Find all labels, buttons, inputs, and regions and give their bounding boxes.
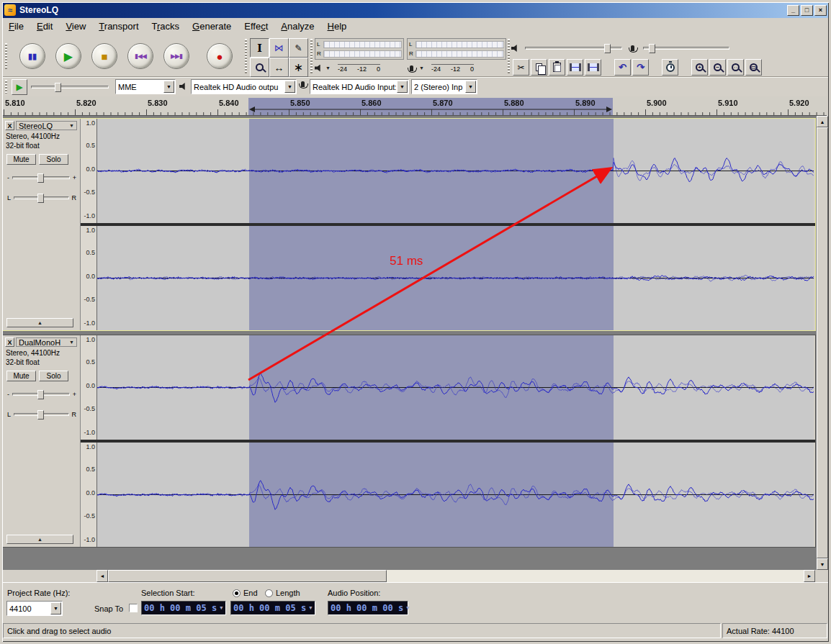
chevron-down-icon[interactable]: ▼ [325, 65, 331, 71]
menu-help[interactable]: Help [321, 19, 354, 33]
multi-tool-button[interactable]: ∗ [289, 58, 308, 77]
chevron-down-icon[interactable]: ▼ [309, 605, 312, 611]
input-channels-select[interactable]: 2 (Stereo) Inp ▼ [411, 79, 477, 94]
chevron-down-icon[interactable]: ▼ [220, 605, 223, 611]
chevron-down-icon[interactable]: ▼ [284, 81, 295, 93]
track-close-button[interactable]: X [5, 121, 14, 130]
play-at-speed-button[interactable]: ▶ [12, 79, 27, 95]
scroll-left-icon[interactable]: ◄ [96, 570, 108, 582]
track-collapse-button[interactable]: ▲ [6, 535, 73, 544]
toolbar-grip[interactable] [5, 80, 7, 94]
stop-button[interactable]: ■ [91, 43, 117, 69]
chevron-down-icon[interactable]: ▼ [397, 81, 408, 93]
menu-tracks[interactable]: Tracks [145, 19, 187, 33]
input-volume-slider[interactable] [643, 47, 729, 50]
track-close-button[interactable]: X [5, 337, 14, 347]
selection-tool-button[interactable]: I [250, 38, 269, 58]
gain-slider[interactable]: - + [7, 389, 76, 400]
timeshift-tool-button[interactable]: ↔ [269, 58, 289, 77]
toolbar-grip[interactable] [5, 43, 7, 69]
radio-end[interactable] [233, 589, 241, 597]
snap-to-checkbox[interactable] [129, 604, 138, 612]
scroll-up-icon[interactable]: ▲ [817, 116, 828, 127]
selection-end-field[interactable]: 00 h 00 m 05 s ▼ [230, 601, 315, 615]
silence-button[interactable] [585, 59, 601, 76]
zoom-out-button[interactable]: − [709, 59, 726, 76]
pan-slider[interactable]: L R [7, 192, 76, 204]
track-menu-button[interactable]: StereoLQ ▼ [16, 121, 77, 130]
project-rate-select[interactable]: 44100 ▼ [6, 601, 63, 616]
toolbar-grip[interactable] [310, 39, 313, 73]
record-button[interactable]: ● [207, 43, 233, 69]
menu-analyze[interactable]: Analyze [274, 19, 320, 33]
pan-slider[interactable]: L R [7, 409, 76, 420]
minimize-button[interactable]: _ [787, 5, 799, 16]
menu-effect[interactable]: Effect [238, 19, 274, 33]
audio-host-select[interactable]: MME ▼ [115, 79, 176, 94]
menu-file[interactable]: File [2, 19, 30, 33]
waveform-canvas[interactable] [97, 119, 814, 223]
track-collapse-button[interactable]: ▲ [6, 318, 73, 327]
draw-tool-button[interactable]: ✎ [289, 38, 308, 58]
solo-button[interactable]: Solo [39, 371, 68, 381]
pause-button[interactable]: ▮▮ [19, 43, 45, 69]
slider-thumb[interactable] [37, 410, 44, 419]
vertical-scrollbar[interactable]: ▲ ▼ [817, 116, 828, 570]
fit-selection-button[interactable]: ⇔ [727, 59, 744, 76]
chevron-down-icon[interactable]: ▼ [419, 65, 424, 71]
vertical-scrollbar-thumb[interactable] [817, 127, 828, 558]
slider-thumb[interactable] [604, 44, 611, 53]
output-device-select[interactable]: Realtek HD Audio outpu ▼ [191, 79, 297, 94]
play-button[interactable]: ▶ [55, 43, 81, 69]
horizontal-scrollbar-thumb[interactable] [108, 570, 387, 582]
menu-edit[interactable]: Edit [30, 19, 59, 33]
menu-view[interactable]: View [59, 19, 92, 33]
mute-button[interactable]: Mute [6, 371, 36, 381]
waveform-canvas[interactable] [97, 335, 814, 440]
audio-position-field[interactable]: 00 h 00 m 00 s ▼ [328, 601, 408, 615]
undo-button[interactable]: ↶ [614, 59, 631, 76]
slider-thumb[interactable] [649, 44, 655, 53]
paste-button[interactable] [549, 59, 565, 76]
maximize-button[interactable]: □ [801, 5, 813, 16]
timeline-ruler-canvas[interactable] [2, 96, 827, 116]
horizontal-scrollbar[interactable]: ◄ ► [96, 570, 815, 582]
close-button[interactable]: × [814, 5, 827, 16]
mute-button[interactable]: Mute [6, 154, 36, 165]
fit-project-button[interactable]: ▭ [745, 59, 762, 76]
radio-length[interactable] [265, 589, 273, 597]
waveform-canvas[interactable] [97, 443, 814, 547]
slider-thumb[interactable] [55, 83, 61, 92]
redo-button[interactable]: ↷ [632, 59, 649, 76]
envelope-tool-button[interactable]: ⋈ [269, 38, 289, 58]
playback-speed-slider[interactable] [31, 83, 109, 91]
output-meter[interactable]: L R ▼ -24 -12 0 [315, 38, 404, 76]
chevron-down-icon[interactable]: ▼ [465, 81, 476, 93]
toolbar-grip[interactable] [245, 39, 247, 73]
scroll-right-icon[interactable]: ► [804, 570, 815, 582]
input-meter[interactable]: L R ▼ -24 -12 0 [407, 38, 506, 76]
scroll-down-icon[interactable]: ▼ [817, 558, 828, 570]
slider-thumb[interactable] [37, 390, 44, 399]
menu-transport[interactable]: Transport [92, 19, 145, 33]
input-device-select[interactable]: Realtek HD Audio Input: ▼ [310, 79, 409, 94]
zoom-tool-button[interactable] [250, 58, 269, 77]
gain-slider[interactable]: - + [7, 172, 76, 183]
copy-button[interactable] [531, 59, 547, 76]
waveform-canvas[interactable] [97, 226, 814, 330]
selection-start-field[interactable]: 00 h 00 m 05 s ▼ [141, 601, 226, 615]
output-volume-slider[interactable] [525, 47, 622, 50]
timer-record-button[interactable] [662, 59, 678, 76]
slider-thumb[interactable] [37, 194, 44, 203]
solo-button[interactable]: Solo [39, 154, 68, 165]
chevron-down-icon[interactable]: ▼ [50, 602, 61, 614]
cut-button[interactable]: ✂ [513, 59, 529, 76]
toolbar-grip[interactable] [508, 39, 510, 73]
zoom-in-button[interactable]: + [691, 59, 708, 76]
menu-generate[interactable]: Generate [186, 19, 238, 33]
track-menu-button[interactable]: DualMonoH ▼ [16, 337, 77, 347]
timeline-ruler[interactable] [2, 96, 827, 116]
chevron-down-icon[interactable]: ▼ [163, 81, 174, 93]
skip-to-end-button[interactable]: ▶▶▮ [163, 43, 189, 69]
trim-button[interactable] [567, 59, 583, 76]
